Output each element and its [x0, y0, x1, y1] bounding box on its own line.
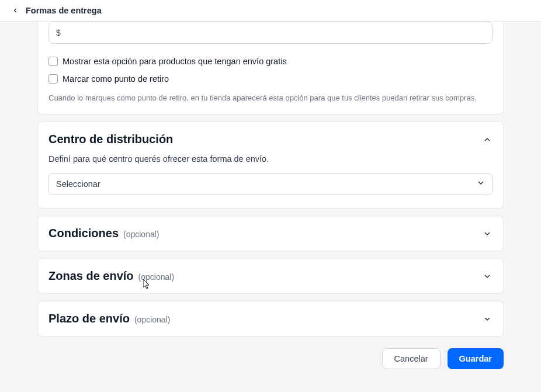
page-title: Formas de entrega — [26, 6, 102, 15]
pickup-hint-text: Cuando lo marques como punto de retiro, … — [48, 93, 493, 103]
conditions-title: Condiciones — [48, 227, 119, 240]
checkbox-row-free-shipping: Mostrar esta opción para productos que t… — [48, 57, 493, 66]
save-button[interactable]: Guardar — [448, 348, 504, 369]
conditions-optional: (opcional) — [123, 230, 159, 239]
price-input[interactable] — [48, 22, 493, 44]
chevron-up-icon — [482, 134, 493, 145]
section-header-shipping-time[interactable]: Plazo de envío (opcional) — [48, 312, 493, 325]
section-header-distribution[interactable]: Centro de distribución — [48, 133, 493, 146]
distribution-description: Definí para qué centro querés ofrecer es… — [48, 154, 493, 164]
checkbox-pickup-point[interactable] — [48, 74, 58, 84]
shipping-zones-title: Zonas de envío — [48, 269, 134, 283]
distribution-select-wrap: Seleccionar — [48, 173, 493, 195]
checkbox-free-shipping[interactable] — [48, 57, 58, 66]
cancel-button[interactable]: Cancelar — [382, 348, 441, 369]
card-shipping-time: Plazo de envío (opcional) — [37, 301, 504, 337]
page-header: Formas de entrega — [0, 0, 541, 22]
content: Mostrar esta opción para productos que t… — [0, 22, 541, 381]
chevron-down-icon — [482, 228, 493, 239]
shipping-time-title: Plazo de envío — [48, 312, 130, 325]
back-button[interactable] — [11, 6, 20, 15]
shipping-time-optional: (opcional) — [134, 315, 170, 324]
checkbox-label-free-shipping: Mostrar esta opción para productos que t… — [63, 57, 287, 66]
card-shipping-zones: Zonas de envío (opcional) — [37, 258, 504, 294]
section-header-conditions[interactable]: Condiciones (opcional) — [48, 227, 493, 240]
card-distribution: Centro de distribución Definí para qué c… — [37, 122, 504, 209]
footer-buttons: Cancelar Guardar — [37, 348, 504, 381]
distribution-title: Centro de distribución — [48, 133, 173, 146]
chevron-left-icon — [12, 7, 19, 14]
checkbox-row-pickup: Marcar como punto de retiro — [48, 74, 493, 84]
distribution-select[interactable]: Seleccionar — [48, 173, 493, 195]
chevron-down-icon — [482, 314, 493, 324]
shipping-zones-optional: (opcional) — [138, 272, 174, 282]
section-header-shipping-zones[interactable]: Zonas de envío (opcional) — [48, 269, 493, 283]
card-options: Mostrar esta opción para productos que t… — [37, 22, 504, 115]
checkbox-label-pickup: Marcar como punto de retiro — [63, 74, 169, 84]
chevron-down-icon — [482, 271, 493, 282]
card-conditions: Condiciones (opcional) — [37, 216, 504, 251]
